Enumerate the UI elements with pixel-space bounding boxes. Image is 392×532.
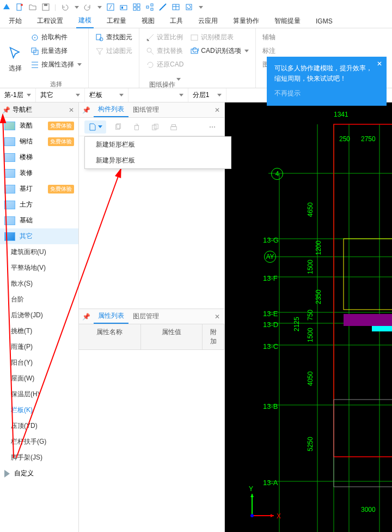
new-icon[interactable] <box>15 3 24 11</box>
new-component-button[interactable] <box>84 120 106 134</box>
select-button[interactable]: 选择 <box>3 31 27 86</box>
sub-area[interactable]: 建筑面积(U) <box>0 244 78 260</box>
qat-more[interactable] <box>199 6 203 9</box>
tab-props[interactable]: 属性列表 <box>94 309 128 324</box>
menu-new-rect[interactable]: 新建矩形栏板 <box>85 137 231 153</box>
decor-icon <box>4 122 15 130</box>
component-pane: 📌 构件列表 图纸管理 ✕ ⋯ 新建矩形栏板 新建异形栏板 🔍 📌 属性列表 图… <box>79 102 225 532</box>
tab-igms[interactable]: IGMS <box>314 15 335 27</box>
nav-list[interactable]: 装酷免费体验 钢结免费体验 楼梯 装修 基圢免费体验 土方 基础 其它 建筑面积… <box>0 118 78 532</box>
aux-axis[interactable]: 辅轴 <box>261 32 277 43</box>
pin-icon[interactable]: 📌 <box>79 106 94 114</box>
pin-icon[interactable]: 📌 <box>79 313 94 321</box>
find-element[interactable]: 查找图元 <box>94 32 133 43</box>
tab-drawings[interactable]: 图纸管理 <box>128 102 163 117</box>
cad-options[interactable]: CADCAD识别选项 <box>189 45 249 57</box>
nav-cat-steel[interactable]: 钢结免费体验 <box>0 134 78 149</box>
tab-start[interactable]: 开始 <box>7 14 24 28</box>
mid-close[interactable]: ✕ <box>210 106 224 114</box>
tab-tools[interactable]: 工具 <box>168 14 185 28</box>
nav-title: 导航栏 <box>13 105 32 114</box>
grid-icon[interactable] <box>132 3 141 11</box>
pin-icon[interactable]: 📌 <box>2 106 10 114</box>
tab-smart[interactable]: 智能提量 <box>272 14 303 28</box>
sub-handrail[interactable]: 栏杆扶手(G) <box>0 434 78 450</box>
annotation[interactable]: 标注 <box>261 45 277 57</box>
nav-cat-earth[interactable]: 土方 <box>0 197 78 213</box>
tab-components[interactable]: 构件列表 <box>94 102 128 117</box>
sub-coping[interactable]: 压顶(YD) <box>0 418 78 434</box>
svg-rect-30 <box>171 126 177 130</box>
svg-rect-3 <box>44 4 47 6</box>
nav-close[interactable]: ✕ <box>66 106 76 114</box>
undo-icon[interactable] <box>60 3 69 11</box>
save-icon[interactable] <box>41 3 50 11</box>
axis-13f: 13-F <box>263 274 278 282</box>
explode-icon[interactable] <box>145 3 154 11</box>
nav-cat-decor[interactable]: 装酷免费体验 <box>0 118 78 134</box>
interlayer-button[interactable] <box>167 120 180 134</box>
copy-button[interactable] <box>112 120 125 134</box>
tooltip-dismiss-link[interactable]: 不再提示 <box>274 88 379 99</box>
select-by-prop[interactable]: 按属性选择 <box>29 59 83 70</box>
tab-project[interactable]: 工程设置 <box>35 14 65 28</box>
new-doc-icon <box>88 123 97 131</box>
tab-model[interactable]: 建模 <box>76 14 94 28</box>
tab-collab[interactable]: 算量协作 <box>231 14 261 28</box>
sub-roof[interactable]: 屋面(W) <box>0 371 78 386</box>
redo-dropdown[interactable] <box>97 6 102 9</box>
svg-rect-5 <box>120 5 127 10</box>
sub-step[interactable]: 台阶 <box>0 292 78 307</box>
sub-postcast[interactable]: 后浇带(JD) <box>0 307 78 323</box>
tab-cloud[interactable]: 云应用 <box>196 14 220 28</box>
vdim-5: 2125 <box>293 317 301 331</box>
free-badge: 免费体验 <box>48 185 74 194</box>
sub-scatter[interactable]: 散水(S) <box>0 276 78 292</box>
sub-balcony[interactable]: 阳台(Y) <box>0 355 78 371</box>
svg-marker-52 <box>271 514 274 517</box>
nav-cat-pit[interactable]: 基圢免费体验 <box>0 181 78 197</box>
collab-tooltip: ✕ 可以多人协作建模啦，提升效率， 缩短周期，快来试试吧！ 不再提示 <box>267 57 387 106</box>
nav-cat-found[interactable]: 基础 <box>0 213 78 228</box>
component-icon[interactable] <box>119 3 128 11</box>
floor-select[interactable]: 第-1层 <box>0 88 36 102</box>
measure-icon[interactable] <box>158 3 167 11</box>
more-tools[interactable]: ⋯ <box>206 120 219 134</box>
sub-insul[interactable]: 保温层(H) <box>0 386 78 402</box>
region-icon[interactable] <box>106 3 115 11</box>
dim-bottom: 3000 <box>361 506 376 513</box>
undo-dropdown[interactable] <box>75 6 79 9</box>
table-icon[interactable] <box>171 3 180 11</box>
open-icon[interactable] <box>28 3 37 11</box>
pit-icon <box>4 185 15 194</box>
menu-new-irreg[interactable]: 新建异形栏板 <box>85 153 231 168</box>
layer-select[interactable]: 分层1 <box>188 88 226 102</box>
category-select[interactable]: 其它 <box>36 88 85 102</box>
nav-cat-other[interactable]: 其它 <box>0 228 78 244</box>
batch-select[interactable]: 批量选择 <box>29 45 83 57</box>
pick-component[interactable]: 拾取构件 <box>29 32 83 43</box>
nav-cat-finish[interactable]: 装修 <box>0 165 78 181</box>
tab-view[interactable]: 视图 <box>139 14 157 28</box>
sub-level[interactable]: 平整场地(V) <box>0 260 78 276</box>
sub-rail[interactable]: 栏板(K) <box>0 402 78 418</box>
sub-select[interactable] <box>128 88 188 102</box>
drawing-canvas[interactable]: 1341 250 2750 4 13-G AY 13-F 13-E 13-D 1… <box>225 102 392 532</box>
nav-cat-custom[interactable]: 自定义 <box>0 466 78 481</box>
sub-canopy[interactable]: 雨蓬(P) <box>0 339 78 355</box>
redo-icon[interactable] <box>83 3 92 11</box>
tab-quantity[interactable]: 工程量 <box>105 14 128 28</box>
tooltip-close[interactable]: ✕ <box>377 59 382 69</box>
nav-cat-stair[interactable]: 楼梯 <box>0 149 78 165</box>
tab-layers[interactable]: 图层管理 <box>128 309 163 324</box>
duplicate-button[interactable] <box>149 120 162 134</box>
finish-icon <box>4 169 15 178</box>
type-select[interactable]: 栏板 <box>85 88 128 102</box>
delete-button[interactable] <box>130 120 143 134</box>
prop-close[interactable]: ✕ <box>210 313 224 321</box>
sub-scaffold[interactable]: 脚手架(JS) <box>0 450 78 466</box>
refresh-icon[interactable] <box>185 3 193 11</box>
axis-13c: 13-C <box>263 342 278 350</box>
col-name: 属性名称 <box>79 324 141 349</box>
sub-cornice[interactable]: 挑檐(T) <box>0 323 78 339</box>
